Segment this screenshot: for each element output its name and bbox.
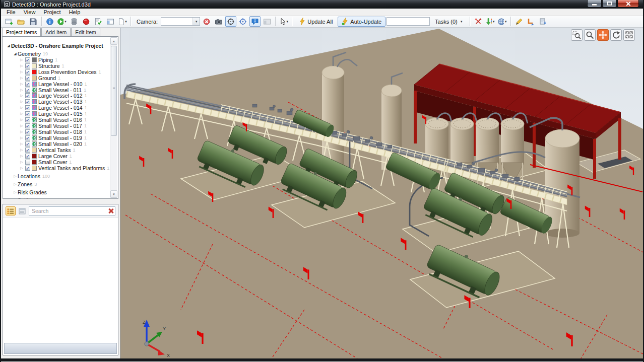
tree-item[interactable]: ▷✓Structure1: [5, 63, 108, 69]
expander-icon[interactable]: ▷: [19, 94, 24, 98]
rotate-button[interactable]: [610, 29, 622, 41]
expander-icon[interactable]: ▷: [19, 58, 24, 62]
zoom-button[interactable]: [584, 29, 596, 41]
scroll-down-button[interactable]: ▼: [110, 190, 117, 198]
info-bubble-button[interactable]: [249, 16, 261, 27]
tree-item[interactable]: ▷✓Loss Prevention Devices1: [5, 69, 108, 75]
open-project-button[interactable]: [16, 16, 27, 27]
expander-icon[interactable]: ▷: [19, 118, 24, 122]
task-input[interactable]: [387, 17, 430, 26]
title-bar[interactable]: Detect3D : Onshore Project.d3d: [1, 0, 643, 9]
tree-item[interactable]: ▷✓Vertical Tanks and Platforms1: [5, 165, 108, 171]
menu-item-help[interactable]: Help: [65, 9, 85, 16]
list-view-button[interactable]: [6, 206, 16, 215]
pan-button[interactable]: [597, 29, 609, 41]
expander-icon[interactable]: ▷: [19, 160, 24, 164]
auto-update-button[interactable]: Auto-Update: [338, 17, 385, 27]
camera-select[interactable]: ▼: [161, 17, 200, 26]
menu-item-project[interactable]: Project: [39, 9, 65, 16]
zoom-extents-button[interactable]: [623, 29, 635, 41]
expander-icon[interactable]: ▷: [19, 154, 24, 158]
visibility-checkbox[interactable]: [25, 160, 30, 165]
visibility-checkbox[interactable]: ✓: [25, 141, 30, 147]
expander-icon[interactable]: ▷: [13, 190, 18, 194]
tree-item[interactable]: ▷Risk Grades: [5, 189, 108, 195]
document-button[interactable]: ▼: [117, 16, 128, 27]
tab-project-items[interactable]: Project Items: [2, 28, 41, 37]
visibility-checkbox[interactable]: ✓: [25, 154, 30, 159]
visibility-checkbox[interactable]: ✓: [25, 69, 30, 75]
tree-item[interactable]: ◢Geometry19: [5, 51, 108, 57]
update-all-button[interactable]: Update All: [295, 17, 337, 27]
visibility-checkbox[interactable]: ✓: [25, 129, 30, 134]
combo-caret-icon[interactable]: ▼: [192, 18, 200, 25]
details-view-button[interactable]: [17, 206, 27, 215]
tree-item[interactable]: ▷Settings: [5, 197, 108, 199]
report-button[interactable]: [93, 16, 104, 27]
tree-item[interactable]: ▷✓Large Vessel - 0141: [5, 105, 108, 111]
tree-item[interactable]: ▷Zones3: [5, 181, 108, 187]
layout-button[interactable]: [105, 16, 116, 27]
add-connection-button[interactable]: [526, 16, 537, 27]
scroll-up-button[interactable]: ▲: [110, 37, 117, 45]
menu-item-file[interactable]: File: [3, 9, 20, 16]
expander-icon[interactable]: ▷: [13, 182, 18, 186]
expander-icon[interactable]: ▷: [19, 100, 24, 104]
expander-icon[interactable]: ▷: [19, 106, 24, 110]
maximize-button[interactable]: [602, 0, 617, 8]
visibility-checkbox[interactable]: ✓: [25, 111, 30, 116]
expander-icon[interactable]: ▷: [19, 142, 24, 146]
visibility-checkbox[interactable]: ✓: [25, 123, 30, 128]
visibility-checkbox[interactable]: ✓: [25, 76, 30, 81]
tree-item[interactable]: ▷✓Piping1: [5, 57, 108, 63]
search-input[interactable]: [29, 206, 115, 215]
delete-camera-button[interactable]: [201, 16, 212, 27]
minimize-button[interactable]: [587, 0, 602, 8]
annotate-button[interactable]: [513, 16, 525, 27]
tree-item[interactable]: ▷Small Cover1: [5, 159, 108, 165]
tree-scrollbar[interactable]: ▲ ▼: [110, 37, 117, 198]
visibility-checkbox[interactable]: ✓: [25, 57, 30, 62]
tree-item[interactable]: ▷✓Small Vessel - 0201: [5, 141, 108, 147]
expander-icon[interactable]: ▷: [19, 64, 24, 68]
tree-item[interactable]: ▷✓Ground1: [5, 75, 108, 81]
expander-icon[interactable]: ▷: [13, 198, 18, 199]
tree-item[interactable]: ▷✓Large Vessel - 0151: [5, 111, 108, 117]
3d-viewport[interactable]: Z Y X: [120, 28, 643, 358]
expander-icon[interactable]: ▷: [19, 70, 24, 74]
visibility-checkbox[interactable]: ✓: [25, 166, 30, 171]
tools-button[interactable]: [473, 16, 484, 27]
record-button[interactable]: [81, 16, 92, 27]
expander-icon[interactable]: ▷: [19, 130, 24, 134]
orbit-mode-button[interactable]: [237, 16, 248, 27]
visibility-checkbox[interactable]: ✓: [25, 63, 30, 68]
tree-item[interactable]: ▷✓Large Cover1: [5, 153, 108, 159]
new-project-button[interactable]: [4, 16, 15, 27]
visibility-checkbox[interactable]: ✓: [25, 99, 30, 104]
tab-add-item[interactable]: Add Item: [41, 28, 71, 36]
zoom-window-button[interactable]: [571, 29, 583, 41]
expander-icon[interactable]: ▷: [19, 88, 24, 92]
scene-canvas[interactable]: Z Y X: [120, 28, 643, 358]
select-tool-button[interactable]: ▼: [278, 16, 289, 27]
visibility-checkbox[interactable]: ✓: [25, 135, 30, 140]
tree-item[interactable]: ▷Locations100: [5, 173, 108, 179]
visibility-checkbox[interactable]: ✓: [25, 82, 30, 87]
camera-snapshot-button[interactable]: [213, 16, 224, 27]
expander-icon[interactable]: ▷: [19, 82, 24, 86]
clear-search-icon[interactable]: [108, 208, 113, 213]
expander-icon[interactable]: ◢: [13, 52, 18, 56]
tree-item[interactable]: ▷✓Large Vessel - 0131: [5, 99, 108, 105]
tree-item[interactable]: ▷✓Vertical Tanks1: [5, 147, 108, 153]
tree-item[interactable]: ▷✓Small Vessel - 0111: [5, 87, 108, 93]
tree-item[interactable]: ▷✓Small Vessel - 0171: [5, 123, 108, 129]
visibility-checkbox[interactable]: ✓: [25, 93, 30, 98]
expander-icon[interactable]: ▷: [19, 76, 24, 80]
visibility-checkbox[interactable]: ✓: [25, 88, 30, 93]
tasks-button[interactable]: Tasks (0)▼: [431, 17, 467, 27]
scrollbar-thumb[interactable]: [111, 46, 117, 136]
run-button[interactable]: ▼: [56, 16, 68, 27]
save-project-button[interactable]: [28, 16, 39, 27]
tree-item[interactable]: ◢Detect3D - Onshore Example Project: [5, 43, 108, 49]
import-sort-button[interactable]: ▼: [485, 16, 496, 27]
